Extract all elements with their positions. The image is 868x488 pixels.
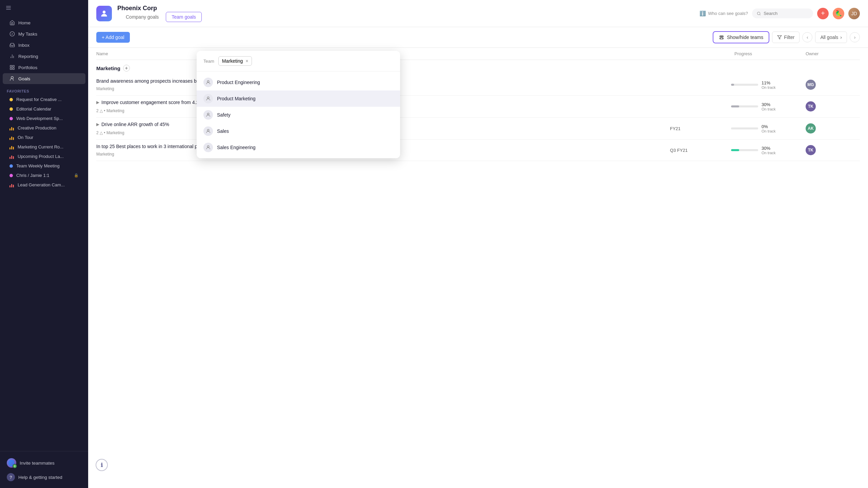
- dropdown-item-safety[interactable]: Safety: [197, 107, 400, 123]
- header-tabs: Company goals Team goals: [120, 12, 202, 22]
- dropdown-header: Team Marketing ×: [197, 51, 400, 72]
- add-button[interactable]: +: [817, 8, 829, 19]
- sidebar-item-upcoming-product[interactable]: Upcoming Product La...: [3, 152, 85, 161]
- dropdown-item-product-marketing[interactable]: Product Marketing: [197, 90, 400, 107]
- sidebar-item-creative-production[interactable]: Creative Production: [3, 123, 85, 133]
- goal-name[interactable]: Drive online ARR growth of 45%: [101, 122, 169, 127]
- svg-point-22: [207, 129, 209, 131]
- favorites-list: Request for Creative ... Editorial Calen…: [0, 95, 88, 190]
- owner-cell: MG: [806, 80, 860, 90]
- sidebar-item-home[interactable]: Home: [3, 17, 85, 28]
- owner-avatar: MG: [806, 80, 816, 90]
- bar-chart-icon: [9, 135, 14, 140]
- tab-team-goals[interactable]: Team goals: [166, 12, 202, 22]
- progress-pct: 0%: [762, 124, 776, 129]
- goal-sub: 2 △ • Marketing: [96, 130, 124, 135]
- sidebar-item-portfolios[interactable]: Portfolios: [3, 62, 85, 73]
- sidebar-item-editorial-calendar[interactable]: Editorial Calendar: [3, 104, 85, 114]
- progress-info: 0% On track: [762, 124, 776, 133]
- add-goal-button[interactable]: + Add goal: [96, 32, 130, 43]
- sidebar-item-marketing-current[interactable]: Marketing Current Ro...: [3, 142, 85, 151]
- team-chip-label: Marketing: [222, 58, 243, 64]
- info-icon: ℹ️: [699, 11, 706, 17]
- chevron-down-icon: ›: [840, 35, 842, 40]
- dropdown-item-sales-engineering[interactable]: Sales Engineering: [197, 139, 400, 156]
- progress-status: On track: [762, 151, 776, 155]
- goal-name[interactable]: Improve customer engagement score from 4…: [101, 100, 212, 105]
- bar-chart-icon: [9, 126, 14, 130]
- sidebar-bottom: 🌀 + Invite teammates ? Help & getting st…: [0, 451, 88, 488]
- sidebar-item-lead-generation[interactable]: Lead Generation Cam...: [3, 180, 85, 189]
- expand-arrow[interactable]: ▶: [96, 122, 99, 127]
- search-box[interactable]: [752, 8, 813, 18]
- show-hide-teams-button[interactable]: Show/hide teams: [713, 31, 769, 43]
- search-input[interactable]: [764, 11, 808, 16]
- dropdown-item-product-engineering[interactable]: Product Engineering: [197, 74, 400, 90]
- svg-line-14: [760, 14, 760, 15]
- team-avatar-icon: [203, 78, 213, 87]
- toolbar: + Add goal Show/hide teams Filter ‹ All …: [88, 27, 868, 48]
- goal-sub: 2 △ • Marketing: [96, 108, 124, 113]
- next-arrow-button[interactable]: ›: [850, 32, 860, 42]
- team-search-input[interactable]: [256, 58, 393, 64]
- dropdown-list: Product Engineering Product Marketing Sa…: [197, 72, 400, 158]
- goal-name[interactable]: Brand awareness among prospects increase…: [96, 78, 210, 84]
- svg-rect-10: [10, 68, 12, 69]
- dropdown-label: Team: [203, 59, 214, 64]
- info-fab-button[interactable]: ℹ: [96, 459, 108, 471]
- sidebar-toggle[interactable]: [0, 0, 88, 16]
- check-circle-icon: [9, 31, 15, 37]
- avatar[interactable]: JD: [848, 8, 860, 19]
- invite-circle-icon: 🌀 +: [7, 458, 16, 468]
- progress-fill: [731, 105, 739, 107]
- grid-icon: [9, 65, 15, 70]
- progress-bar: [731, 84, 758, 86]
- sidebar-item-on-tour[interactable]: On Tour: [3, 133, 85, 142]
- team-chip-remove[interactable]: ×: [245, 58, 248, 64]
- sidebar-item-inbox[interactable]: Inbox: [3, 40, 85, 50]
- goal-expand: ▶ Drive online ARR growth of 45%: [96, 122, 169, 127]
- sidebar-item-web-dev[interactable]: Web Development Sp...: [3, 114, 85, 123]
- col-progress: Progress: [731, 51, 806, 56]
- progress-info: 11% On track: [762, 80, 776, 89]
- svg-point-13: [757, 12, 760, 15]
- expand-arrow[interactable]: ▶: [96, 100, 99, 105]
- sidebar-item-my-tasks[interactable]: My Tasks: [3, 28, 85, 39]
- who-can-see-link[interactable]: ℹ️ Who can see goals?: [699, 11, 748, 17]
- org-name-area: Phoenix Corp Company goals Team goals: [117, 5, 202, 22]
- invite-plus-icon: +: [13, 464, 17, 468]
- prev-arrow-button[interactable]: ‹: [802, 32, 812, 42]
- sidebar-nav: Home My Tasks Inbox Reporting Portfolios…: [0, 16, 88, 86]
- add-section-button[interactable]: +: [123, 65, 130, 72]
- dropdown-item-sales[interactable]: Sales: [197, 123, 400, 139]
- progress-cell: 11% On track: [731, 80, 806, 89]
- dot-icon: [9, 164, 13, 168]
- progress-fill: [731, 149, 739, 151]
- svg-rect-9: [13, 68, 14, 69]
- tab-company-goals[interactable]: Company goals: [120, 12, 164, 22]
- bird-icon[interactable]: 🦜: [833, 8, 844, 19]
- progress-status: On track: [762, 85, 776, 89]
- invite-teammates-button[interactable]: 🌀 + Invite teammates: [3, 455, 85, 470]
- svg-point-21: [207, 113, 209, 115]
- sidebar-item-goals[interactable]: Goals: [3, 73, 85, 84]
- help-button[interactable]: ? Help & getting started: [3, 470, 85, 484]
- bar-chart-icon: [9, 183, 14, 187]
- sidebar-item-reporting[interactable]: Reporting: [3, 51, 85, 62]
- team-filter-dropdown: Team Marketing × Product Engineering Pro…: [197, 51, 400, 158]
- svg-point-19: [207, 81, 209, 82]
- home-icon: [9, 20, 15, 25]
- owner-avatar: AK: [806, 123, 816, 134]
- all-goals-button[interactable]: All goals ›: [815, 32, 847, 43]
- filter-button[interactable]: Filter: [772, 32, 800, 43]
- goal-expand: ▶ Improve customer engagement score from…: [96, 100, 212, 105]
- svg-rect-8: [13, 65, 14, 67]
- sidebar-item-chris-jamie[interactable]: Chris / Jamie 1:1 🔒: [3, 171, 85, 180]
- sidebar-item-request-creative[interactable]: Request for Creative ...: [3, 95, 85, 104]
- progress-pct: 30%: [762, 102, 776, 107]
- org-icon: [96, 6, 112, 21]
- sidebar-item-team-weekly[interactable]: Team Weekly Meeting: [3, 161, 85, 170]
- dot-icon: [9, 107, 13, 111]
- lock-icon: 🔒: [74, 173, 79, 178]
- progress-fill: [731, 84, 734, 86]
